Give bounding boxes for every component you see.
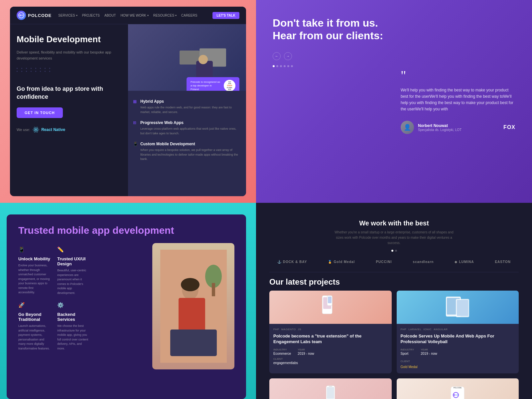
pagination-dots [269,250,519,252]
bottom-right-quadrant: We work with the best Whether you're a s… [256,203,532,399]
trusted-card: Trusted mobile app development 📱 Unlock … [7,214,246,399]
anchor-icon: ⚓ [277,260,282,264]
bottom-left-quadrant: Trusted mobile app development 📱 Unlock … [0,203,256,399]
feature-unlock-title: Unlock Mobility [18,256,51,261]
dot [21,71,22,72]
project-thumb-svg-2 [444,294,471,321]
feature-ux-design: ✏️ Trusted UX/UI Design Beautiful, user-… [57,246,89,295]
tag-js: JS [298,328,301,331]
feature-unlock-mobility: 📱 Unlock Mobility Evolve your business, … [18,246,51,295]
medal-icon: 🏅 [328,260,332,264]
nav-careers[interactable]: CAREERS [181,14,197,17]
react-native-badge: React Native [33,126,65,133]
we-work-best-desc: Whether you're a small startup or a larg… [331,230,457,246]
client-easton: EASTON [495,260,511,264]
project-industry-2: INDUSTRY Sport [401,348,414,355]
project-card-2[interactable]: PHP LARAVEL IONIC ANGULAR Polcode Serves… [397,291,519,373]
feature-ux-desc: Beautiful, user-centric experiences are … [57,268,89,295]
project-thumb-2 [397,291,519,324]
services-section: Go from idea to app store with confidenc… [17,85,121,118]
project-meta-2: INDUSTRY Sport YEAR 2019 - now [401,348,515,355]
mobile-icon: 📱 [18,246,25,253]
testimonial-right: " We'll help you with finding the best w… [401,17,515,186]
feature-beyond-title: Go Beyond Traditional [18,312,51,322]
project-card-3[interactable]: PHP MAGENTO JS Polcode Transforms StartU… [269,378,392,399]
lets-talk-button[interactable]: LET'S TALK [212,12,239,19]
dot [49,71,50,72]
projects-grid: PHP MAGENTO JS Polcode becomes a "true e… [269,291,519,373]
react-native-label: React Native [41,127,65,132]
nav-links: SERVICES PROJECTS ABOUT HOW WE WORK RESO… [58,14,212,17]
pwa-icon: ⊞ [133,120,138,125]
svg-rect-11 [179,298,205,331]
project-card-1[interactable]: PHP MAGENTO JS Polcode becomes a "true e… [269,291,392,373]
br-content: We work with the best Whether you're a s… [269,213,519,389]
dot-5[interactable] [287,65,289,67]
we-use: We use: React Native [17,126,121,133]
svg-point-1 [19,14,21,16]
pagination-dot-1[interactable] [391,250,393,252]
dot-1[interactable] [273,65,275,67]
service-items: ▦ Hybrid Apps Web apps rule the modern w… [128,91,246,176]
hybrid-icon: ▦ [133,99,138,104]
svg-rect-17 [328,297,332,303]
dot-4[interactable] [284,65,286,67]
dot [49,68,50,69]
project-client-1: CLIENT engagementlabs [273,357,298,365]
clutch-badge: Polcode is recognized as a top developer… [187,77,239,91]
nav-resources[interactable]: RESOURCES [153,14,177,17]
nav-services[interactable]: SERVICES [58,14,77,17]
logo-icon [17,11,26,20]
project-card-4[interactable]: POLCODE LARAVEL REDIS STRIPE G CALENDAR … [397,378,519,399]
next-arrow[interactable]: → [284,52,292,60]
nav-projects[interactable]: PROJECTS [82,14,100,17]
dot [40,71,41,72]
project-year-1: YEAR 2019 - now [298,348,314,355]
dot-3[interactable] [280,65,282,67]
service-item-custom: 📱 Custom Mobile Development When you req… [133,142,241,162]
reviewer: 👤 Norbert Nouwat Specjalista ds. Logisty… [401,121,515,134]
nav-how-we-work[interactable]: HOW WE WORK [120,14,148,17]
dot [45,71,46,72]
service-item-hybrid: ▦ Hybrid Apps Web apps rule the modern w… [133,99,241,114]
logo-text: POLCODE [28,13,52,18]
dot [35,71,36,72]
feature-beyond-desc: Launch automations, artificial intellige… [18,324,51,351]
project-title-2: Polcode Serves Up Mobile And Web Apps Fo… [401,333,515,345]
top-left-quadrant: POLCODE SERVICES PROJECTS ABOUT HOW WE W… [0,0,256,203]
tag-laravel: LARAVEL [408,328,421,331]
tag-angular: ANGULAR [434,328,448,331]
we-work-best-section: We work with the best Whether you're a s… [269,213,519,272]
bl-right-image [152,243,234,369]
dot [26,68,27,69]
person-head [199,55,208,64]
svg-point-3 [35,129,37,130]
testimonial-left: Don't take it from us. Hear from our cli… [273,17,387,186]
office-woman-svg [160,250,227,363]
client-gold-medal: 🏅 Gold Medal [328,260,355,264]
get-in-touch-button[interactable]: GET IN TOUCH [17,107,63,118]
dot-6[interactable] [291,65,293,67]
dot [31,71,32,72]
pencil-icon: ✏️ [57,246,64,253]
svg-point-28 [454,394,456,396]
tag-php: PHP [273,328,279,331]
nav-about[interactable]: ABOUT [104,14,116,17]
dot [31,68,32,69]
card-left: Mobile Development Deliver speed, flexib… [10,24,128,196]
svg-point-13 [181,278,200,291]
prev-arrow[interactable]: ← [273,52,281,60]
project-thumb-3 [269,378,392,399]
reviewer-company: FOX [503,124,515,130]
project-info-1: PHP MAGENTO JS Polcode becomes a "true e… [269,324,392,369]
dot [35,68,36,69]
quote-mark: " [401,69,515,82]
clutch-text: Polcode is recognized as a top developer… [191,80,220,91]
hero-subtitle: Deliver speed, flexibility and mobility … [17,50,121,61]
pagination-dot-2[interactable] [395,250,397,252]
reviewer-info: Norbert Nouwat Specjalista ds. Logistyki… [418,123,499,132]
feature-backend: ⚙️ Backend Services We choose the best i… [57,302,89,351]
dot-2[interactable] [276,65,278,67]
quote-text: We'll help you with finding the best way… [401,87,515,113]
reviewer-role: Specjalista ds. Logistyki, LOT [418,128,499,132]
